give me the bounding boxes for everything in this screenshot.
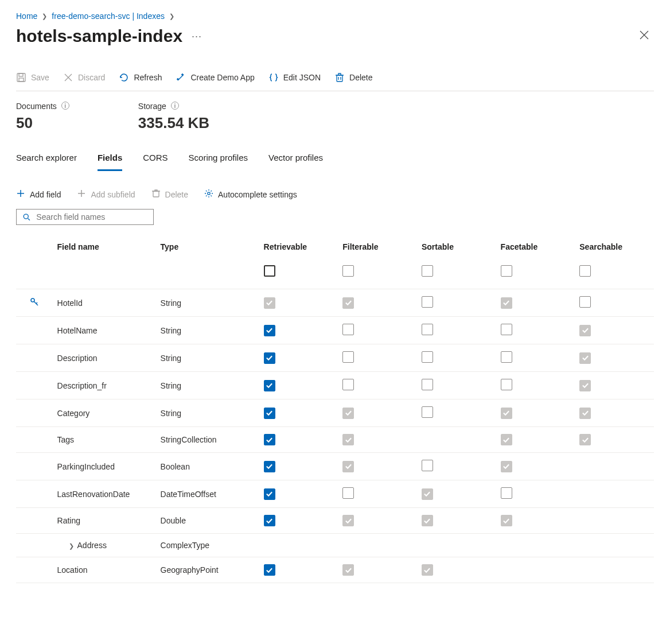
edit-json-button[interactable]: Edit JSON (268, 72, 321, 83)
checkbox-searchable[interactable] (579, 325, 591, 336)
checkbox-retrievable[interactable] (264, 352, 275, 364)
checkbox-sortable[interactable] (422, 564, 433, 576)
table-row[interactable]: Rating Double (16, 508, 654, 534)
more-icon[interactable]: ··· (192, 30, 202, 42)
add-field-button[interactable]: Add field (16, 189, 61, 200)
delete-button[interactable]: Delete (334, 72, 372, 83)
svg-rect-3 (337, 75, 342, 82)
search-input[interactable] (35, 212, 147, 222)
refresh-icon (119, 72, 129, 83)
storage-stat: Storagei 335.54 KB (138, 102, 209, 132)
tab-search-explorer[interactable]: Search explorer (16, 149, 77, 171)
create-demo-app-button[interactable]: Create Demo App (176, 72, 254, 83)
breadcrumb-service[interactable]: free-demo-search-svc | Indexes (52, 11, 165, 21)
svg-point-5 (208, 192, 210, 195)
page-title: hotels-sample-index (16, 26, 182, 46)
field-type: DateTimeOffset (156, 480, 259, 508)
table-row[interactable]: Description String (16, 344, 654, 372)
refresh-button[interactable]: Refresh (119, 72, 162, 83)
info-icon[interactable]: i (171, 102, 179, 110)
checkbox-sortable[interactable] (422, 379, 433, 390)
field-type: String (156, 289, 259, 317)
close-button[interactable] (634, 26, 654, 46)
checkbox-searchable[interactable] (579, 296, 591, 308)
checkbox-sortable[interactable] (422, 515, 433, 526)
breadcrumb-home[interactable]: Home (16, 11, 37, 21)
check-all-sortable[interactable] (422, 265, 433, 277)
info-icon[interactable]: i (61, 102, 69, 110)
trash-icon (151, 189, 161, 200)
checkbox-searchable[interactable] (579, 352, 591, 364)
chevron-right-icon[interactable]: ❯ (69, 542, 74, 549)
checkbox-filterable[interactable] (342, 515, 354, 526)
checkbox-retrievable[interactable] (264, 461, 275, 472)
checkbox-facetable[interactable] (501, 297, 512, 309)
checkbox-sortable[interactable] (422, 488, 433, 500)
tab-cors[interactable]: CORS (143, 149, 168, 171)
check-all-facetable[interactable] (501, 265, 512, 277)
col-retrievable: Retrievable (259, 235, 338, 258)
checkbox-filterable[interactable] (342, 351, 354, 363)
checkbox-facetable[interactable] (501, 324, 512, 335)
checkbox-facetable[interactable] (501, 487, 512, 499)
checkbox-retrievable[interactable] (264, 515, 275, 526)
checkbox-sortable[interactable] (422, 296, 433, 308)
checkbox-sortable[interactable] (422, 460, 433, 471)
checkbox-facetable[interactable] (501, 379, 512, 390)
tab-fields[interactable]: Fields (98, 149, 122, 171)
svg-point-6 (24, 214, 28, 219)
table-row[interactable]: Location GeographyPoint (16, 557, 654, 583)
tab-vector-profiles[interactable]: Vector profiles (268, 149, 323, 171)
checkbox-retrievable[interactable] (264, 564, 275, 576)
table-row[interactable]: Category String (16, 399, 654, 427)
table-row[interactable]: LastRenovationDate DateTimeOffset (16, 480, 654, 508)
add-subfield-button: Add subfield (77, 189, 135, 200)
wand-icon (176, 72, 186, 83)
checkbox-sortable[interactable] (422, 406, 433, 418)
autocomplete-label: Autocomplete settings (218, 190, 297, 199)
checkbox-filterable[interactable] (342, 297, 354, 309)
checkbox-filterable[interactable] (342, 434, 354, 445)
checkbox-filterable[interactable] (342, 461, 354, 472)
checkbox-retrievable[interactable] (264, 434, 275, 445)
checkbox-facetable[interactable] (501, 434, 512, 445)
autocomplete-settings-button[interactable]: Autocomplete settings (204, 189, 297, 200)
checkbox-searchable[interactable] (579, 380, 591, 391)
checkbox-retrievable[interactable] (264, 380, 275, 391)
chevron-right-icon: ❯ (169, 13, 174, 20)
checkbox-sortable[interactable] (422, 324, 433, 335)
svg-rect-4 (153, 191, 159, 197)
plus-icon (16, 189, 25, 200)
table-row[interactable]: ❯Address ComplexType (16, 534, 654, 557)
checkbox-sortable[interactable] (422, 351, 433, 363)
checkbox-filterable[interactable] (342, 408, 354, 419)
checkbox-facetable[interactable] (501, 351, 512, 363)
check-all-filterable[interactable] (342, 265, 354, 277)
table-row[interactable]: Description_fr String (16, 372, 654, 399)
search-field-names[interactable] (16, 209, 154, 225)
col-type: Type (156, 235, 259, 258)
checkbox-facetable[interactable] (501, 515, 512, 526)
checkbox-filterable[interactable] (342, 564, 354, 576)
documents-label: Documents (16, 102, 57, 111)
table-row[interactable]: ParkingIncluded Boolean (16, 453, 654, 480)
checkbox-filterable[interactable] (342, 487, 354, 499)
table-row[interactable]: HotelId String (16, 289, 654, 317)
checkbox-retrievable[interactable] (264, 408, 275, 419)
checkbox-facetable[interactable] (501, 461, 512, 472)
checkbox-retrievable[interactable] (264, 488, 275, 500)
checkbox-facetable[interactable] (501, 408, 512, 419)
checkbox-retrievable[interactable] (264, 325, 275, 336)
checkbox-filterable[interactable] (342, 379, 354, 390)
checkbox-retrievable[interactable] (264, 297, 275, 309)
check-all-searchable[interactable] (579, 265, 591, 277)
checkbox-filterable[interactable] (342, 324, 354, 335)
checkbox-searchable[interactable] (579, 408, 591, 419)
check-all-retrievable[interactable] (264, 265, 275, 277)
table-row[interactable]: Tags StringCollection (16, 427, 654, 453)
tab-scoring-profiles[interactable]: Scoring profiles (189, 149, 248, 171)
tab-strip: Search explorer Fields CORS Scoring prof… (16, 149, 654, 172)
checkbox-searchable[interactable] (579, 434, 591, 445)
chevron-right-icon: ❯ (42, 13, 47, 20)
table-row[interactable]: HotelName String (16, 317, 654, 344)
